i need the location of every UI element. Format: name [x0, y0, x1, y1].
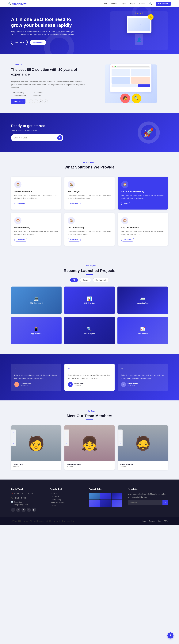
- gallery-thumb-6[interactable]: [112, 500, 122, 507]
- navbar: 🔍 SEOMaster About Service Project Pages …: [0, 0, 179, 7]
- about-read-more-button[interactable]: Read More: [11, 99, 26, 104]
- phone-icon: 📞: [11, 497, 13, 499]
- gallery-thumb-1[interactable]: [89, 492, 100, 500]
- free-quote-button[interactable]: Free Quote: [11, 40, 28, 45]
- newsletter-send-button[interactable]: ➤: [162, 500, 168, 505]
- logo[interactable]: 🔍 SEOMaster: [8, 2, 27, 5]
- newsletter-email-input[interactable]: [128, 500, 162, 505]
- service-seo-readmore[interactable]: Read More: [14, 202, 27, 206]
- project-item-2[interactable]: 📊 Web Analytics: [64, 286, 115, 314]
- filter-development[interactable]: Development: [93, 278, 109, 282]
- email-service-icon: 🏠: [14, 217, 22, 224]
- team-fb-1[interactable]: f: [12, 430, 15, 434]
- instagram-icon[interactable]: in: [39, 100, 43, 103]
- footer-fb-icon[interactable]: f: [11, 508, 15, 512]
- gallery-thumb-2[interactable]: [100, 492, 111, 500]
- cta-illustration: 🚀: [94, 120, 168, 145]
- filter-all[interactable]: All: [70, 278, 78, 282]
- testimonials-section: " Dolor sit labors, stet justo sed est s…: [0, 354, 179, 400]
- nav-contact[interactable]: Contact: [139, 2, 146, 5]
- footer-phone-text: +1 312 345 6789: [14, 497, 26, 500]
- services-section: Our Services What Solutions We Provide 🏠…: [0, 152, 179, 255]
- footer-g-icon[interactable]: g: [22, 508, 26, 512]
- footer-link-privacy[interactable]: Privacy Policy: [50, 499, 84, 500]
- cta-send-button[interactable]: ➤: [57, 135, 62, 140]
- team-in-3[interactable]: in: [119, 438, 122, 441]
- footer-bottom-help[interactable]: Help: [158, 520, 161, 522]
- footer-address-text: 175 Street, New York, USA: [14, 492, 33, 495]
- service-email-readmore[interactable]: Read More: [14, 238, 27, 242]
- service-ppc-readmore[interactable]: Read More: [68, 238, 81, 242]
- pro-version-button[interactable]: Pro Version: [156, 2, 171, 6]
- service-app-readmore[interactable]: Read More: [121, 238, 134, 242]
- gallery-thumb-4[interactable]: [89, 500, 100, 507]
- team-li-3[interactable]: li: [119, 442, 122, 445]
- team-li-2[interactable]: li: [65, 442, 68, 445]
- team-in-2[interactable]: in: [65, 438, 68, 441]
- footer-gallery-title: Project Gallery: [89, 488, 122, 490]
- footer-link-career[interactable]: Career: [50, 505, 84, 507]
- team-tw-1[interactable]: t: [12, 434, 15, 438]
- footer-yt-icon[interactable]: ▶: [32, 508, 36, 512]
- service-social-name: Social Media Marketing: [121, 190, 165, 192]
- check-staff: Professional Staff: [11, 95, 26, 97]
- contact-us-button[interactable]: Contact Us: [30, 40, 46, 45]
- project-item-4[interactable]: 📱 App Platform: [11, 317, 62, 344]
- about-divider: [11, 78, 16, 78]
- footer-bottom-home[interactable]: Home: [142, 520, 146, 522]
- googleplus-icon[interactable]: g: [44, 100, 48, 103]
- project-item-6[interactable]: 📈 Data Reports: [118, 317, 168, 344]
- team-li-1[interactable]: li: [12, 442, 15, 445]
- project-item-3[interactable]: ⌨️ Marketing Tool: [118, 286, 168, 314]
- cta-circle-decoration: [138, 122, 160, 144]
- project-item-5[interactable]: 🔍 SEO Analytics: [64, 317, 115, 344]
- project-item-1[interactable]: 💻 SEO Dashboard: [11, 286, 62, 314]
- footer-link-about[interactable]: About Us: [50, 492, 84, 494]
- team-in-1[interactable]: in: [12, 438, 15, 441]
- monitor-graphic: #1 </>: [127, 16, 152, 33]
- footer-tw-icon[interactable]: t: [16, 508, 20, 512]
- service-web-desc: Erat ipsum justo amet duis id elit dolor…: [68, 194, 111, 200]
- facebook-icon[interactable]: f: [29, 100, 33, 103]
- gallery-thumb-3[interactable]: [112, 492, 122, 500]
- team-role-2: Plumber: [67, 466, 112, 468]
- footer-link-terms[interactable]: Terms & Condition: [50, 502, 84, 504]
- footer-bottom-cookies[interactable]: Cookies: [149, 520, 155, 522]
- projects-divider: [86, 274, 93, 275]
- project-1-label: SEO Dashboard: [30, 302, 42, 304]
- footer-bottom-fqas[interactable]: FQAs: [164, 520, 168, 522]
- team-tw-2[interactable]: t: [65, 434, 68, 438]
- twitter-icon[interactable]: t: [34, 100, 38, 103]
- about-actions: Read More f t in g: [11, 99, 85, 104]
- about-person-2: 🔍: [132, 94, 141, 103]
- team-fb-3[interactable]: f: [119, 430, 122, 434]
- footer-email: 📧 Contact Usinfo@example.com: [11, 501, 44, 506]
- quote-icon-2: ": [68, 368, 111, 372]
- team-fb-2[interactable]: f: [65, 430, 68, 434]
- service-web-readmore[interactable]: Read More: [68, 202, 81, 206]
- footer-link-contact[interactable]: Contact Us: [50, 496, 84, 498]
- team-social-1: f t in li: [11, 430, 16, 446]
- nav-about[interactable]: About: [102, 2, 107, 5]
- service-social-desc: Erat ipsum justo amet duis id elit dolor…: [121, 194, 165, 200]
- service-card-app: 🏠 App Development Erat ipsum justo amet …: [118, 213, 168, 246]
- cta-email-input[interactable]: [14, 137, 57, 139]
- filter-design[interactable]: Design: [80, 278, 91, 282]
- testimonial-text-2: Dolor sit labors, stet justo sed est sed…: [68, 374, 111, 380]
- nav-project[interactable]: Project: [121, 2, 126, 5]
- footer-newsletter-title: Newsletter: [128, 488, 168, 490]
- search-icon[interactable]: 🔍: [149, 2, 152, 5]
- footer-in-icon[interactable]: in: [27, 508, 31, 512]
- team-tw-3[interactable]: t: [119, 434, 122, 438]
- footer-contact-col: Get In Touch 📍 175 Street, New York, USA…: [11, 488, 44, 512]
- check-prices: Fair Prices: [31, 95, 42, 97]
- service-social-btn[interactable]: Prely: [121, 202, 130, 206]
- cta-content: Ready to get started Diam elit dolor ut …: [11, 124, 85, 141]
- gallery-thumb-5[interactable]: [100, 500, 111, 507]
- project-4-label: App Platform: [31, 332, 42, 334]
- nav-pages[interactable]: Pages: [130, 2, 135, 5]
- project-2-label: Web Analytics: [84, 302, 95, 304]
- service-app-name: App Development: [121, 226, 165, 229]
- nav-service[interactable]: Service: [111, 2, 117, 5]
- footer-links-col: Popular Link About Us Contact Us Privacy…: [50, 488, 84, 512]
